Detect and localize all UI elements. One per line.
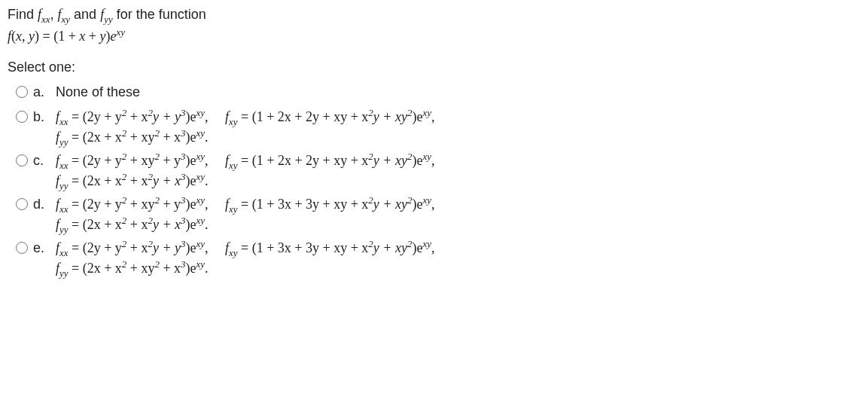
option-c-letter: c. [33, 149, 56, 171]
option-d-radio[interactable] [16, 198, 28, 210]
option-a-letter: a. [33, 81, 56, 102]
prompt-text: Find [8, 7, 38, 22]
option-c-body: fxx = (2y + y2 + xy2 + y3)exy, fxy = (1 … [56, 149, 860, 191]
option-d-letter: d. [33, 193, 56, 215]
question-prompt: Find fxx, fxy and fyy for the function [8, 5, 860, 25]
option-a-text: None of these [56, 81, 860, 102]
option-a: a. None of these [12, 81, 860, 104]
option-d: d. fxx = (2y + y2 + xy2 + y3)exy, fxy = … [12, 193, 860, 235]
option-a-radio[interactable] [16, 86, 28, 98]
option-b-body: fxx = (2y + y2 + x2y + y3)exy, fxy = (1 … [56, 105, 860, 148]
option-e-radio[interactable] [16, 242, 28, 254]
option-b-radio[interactable] [16, 111, 28, 123]
option-d-body: fxx = (2y + y2 + xy2 + y3)exy, fxy = (1 … [56, 193, 860, 235]
option-e-letter: e. [33, 237, 56, 258]
options-group: a. None of these b. fxx = (2y + y2 + x2y… [8, 81, 860, 279]
option-c: c. fxx = (2y + y2 + xy2 + y3)exy, fxy = … [12, 149, 860, 191]
option-e: e. fxx = (2y + y2 + x2y + y3)exy, fxy = … [12, 237, 860, 279]
option-b-letter: b. [33, 105, 56, 127]
option-e-body: fxx = (2y + y2 + x2y + y3)exy, fxy = (1 … [56, 237, 860, 279]
select-one-label: Select one: [8, 57, 860, 78]
option-c-radio[interactable] [16, 154, 28, 166]
function-definition: f(x, y) = (1 + x + y)exy [8, 26, 860, 47]
option-b: b. fxx = (2y + y2 + x2y + y3)exy, fxy = … [12, 105, 860, 148]
